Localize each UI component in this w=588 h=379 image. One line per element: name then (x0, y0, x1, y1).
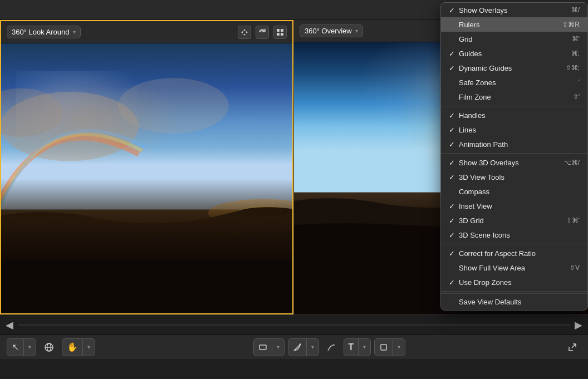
menu-label-show-3d-overlays: Show 3D Overlays (459, 159, 559, 167)
menu-label-3d-grid: 3D Grid (459, 216, 562, 225)
text-tool-button[interactable]: T (344, 339, 359, 356)
hand-chevron-button[interactable]: ▾ (83, 339, 95, 356)
menu-item-show-3d-overlays[interactable]: ✓ Show 3D Overlays ⌥⌘/ (441, 155, 587, 170)
svg-rect-19 (259, 345, 266, 350)
menu-shortcut-rulers: ⇧⌘R (562, 21, 580, 28)
check-show-3d-overlays: ✓ (449, 159, 459, 167)
check-animation-path: ✓ (449, 140, 459, 149)
select-arrow-icon: ↖ (12, 342, 19, 352)
menu-label-3d-view-tools: 3D View Tools (459, 173, 575, 181)
menu-shortcut-film-zone: ⇧' (573, 93, 580, 101)
shape-dropdown-icon: ▾ (398, 344, 400, 350)
rect-tool-button[interactable] (254, 339, 272, 356)
select-chevron-button[interactable]: ▾ (24, 339, 36, 356)
viewer-left-icons (238, 26, 287, 39)
viewer-left-dropdown-label: 360° Look Around (12, 28, 70, 36)
menu-label-inset-view: Inset View (459, 202, 575, 210)
viewer-left-image (1, 43, 292, 313)
menu-shortcut-dynamic-guides: ⇧⌘; (566, 64, 580, 72)
menu-item-3d-view-tools[interactable]: ✓ 3D View Tools (441, 170, 587, 184)
timeline-track[interactable] (18, 324, 570, 326)
pen-dropdown-icon: ▾ (311, 344, 314, 350)
menu-item-3d-scene-icons[interactable]: ✓ 3D Scene Icons (441, 228, 587, 242)
viewer-right-dropdown[interactable]: 360° Overview ▾ (300, 24, 363, 37)
hand-dropdown-icon: ▾ (87, 344, 90, 350)
check-inset-view: ✓ (449, 202, 459, 210)
rect-chevron-button[interactable]: ▾ (272, 339, 284, 356)
svg-point-9 (208, 199, 292, 227)
svg-point-6 (1, 92, 139, 161)
menu-item-handles[interactable]: ✓ Handles (441, 108, 587, 122)
menu-item-safe-zones[interactable]: Safe Zones ' (441, 75, 587, 90)
menu-separator-3 (441, 244, 587, 244)
viewer-left-layout-icon[interactable] (273, 26, 287, 39)
rect-icon (258, 343, 267, 352)
viewer-left-dropdown[interactable]: 360° Look Around ▾ (7, 26, 81, 38)
check-show-overlays: ✓ (449, 6, 459, 14)
menu-shortcut-grid: ⌘' (572, 35, 580, 43)
menu-item-inset-view[interactable]: ✓ Inset View (441, 199, 587, 213)
expand-button[interactable] (564, 339, 581, 356)
menu-label-use-drop-zones: Use Drop Zones (459, 278, 575, 287)
viewer-right-dropdown-label: 360° Overview (305, 27, 352, 35)
menu-item-show-full-view[interactable]: Show Full View Area ⇧V (441, 260, 587, 275)
menu-item-rulers[interactable]: Rulers ⇧⌘R (441, 17, 587, 32)
text-dropdown-icon: ▾ (363, 344, 366, 350)
check-3d-grid: ✓ (449, 216, 459, 225)
svg-rect-2 (277, 33, 280, 36)
menu-shortcut-safe-zones: ' (579, 78, 580, 86)
hand-icon: ✋ (67, 342, 78, 352)
menu-item-film-zone[interactable]: Film Zone ⇧' (441, 90, 587, 104)
timeline-end-marker[interactable]: ▶ (575, 319, 582, 331)
shape-chevron-button[interactable]: ▾ (393, 339, 405, 356)
timeline-area: ◀ ▶ (0, 314, 588, 334)
menu-label-dynamic-guides: Dynamic Guides (459, 64, 561, 72)
menu-item-show-overlays[interactable]: ✓ Show Overlays ⌘/ (441, 3, 587, 17)
rect-dropdown-icon: ▾ (277, 344, 280, 350)
check-3d-scene-icons: ✓ (449, 231, 459, 239)
menu-label-guides: Guides (459, 50, 567, 58)
menu-item-use-drop-zones[interactable]: ✓ Use Drop Zones (441, 275, 587, 289)
menu-item-grid[interactable]: Grid ⌘' (441, 32, 587, 46)
menu-item-correct-aspect[interactable]: ✓ Correct for Aspect Ratio (441, 246, 587, 260)
menu-item-guides[interactable]: ✓ Guides ⌘; (441, 46, 587, 61)
bottom-toolbar: ↖ ▾ ✋ ▾ ▾ (0, 334, 588, 359)
menu-item-lines[interactable]: ✓ Lines (441, 122, 587, 137)
viewer-left-rotate-icon[interactable] (256, 26, 269, 39)
view-dropdown-menu: ✓ Show Overlays ⌘/ Rulers ⇧⌘R Grid ⌘' ✓ … (440, 2, 588, 311)
menu-label-show-full-view: Show Full View Area (459, 264, 565, 272)
viewer-right-chevron-icon: ▾ (355, 28, 358, 34)
select-dropdown-icon: ▾ (28, 344, 31, 350)
menu-label-film-zone: Film Zone (459, 93, 569, 101)
menu-shortcut-show-3d-overlays: ⌥⌘/ (564, 159, 580, 166)
text-chevron-button[interactable]: ▾ (359, 339, 370, 356)
svg-point-20 (299, 343, 301, 345)
pen-tool-button[interactable] (288, 339, 307, 356)
menu-separator-2 (441, 153, 587, 154)
viewer-left-move-icon[interactable] (238, 26, 251, 39)
select-tool-group: ↖ ▾ (7, 338, 36, 356)
timeline-start-marker[interactable]: ◀ (6, 319, 13, 331)
check-guides: ✓ (449, 50, 459, 58)
check-lines: ✓ (449, 126, 459, 134)
svg-point-8 (118, 78, 229, 133)
text-icon: T (349, 342, 354, 352)
brush-tool-button[interactable] (322, 339, 340, 356)
select-tool-button[interactable]: ↖ (7, 339, 24, 356)
globe-tool-button[interactable] (40, 339, 58, 356)
pen-chevron-button[interactable]: ▾ (307, 339, 318, 356)
shape-tool-button[interactable] (375, 339, 393, 356)
menu-item-compass[interactable]: Compass (441, 184, 587, 199)
svg-rect-1 (281, 29, 283, 32)
svg-rect-0 (277, 29, 280, 32)
menu-item-3d-grid[interactable]: ✓ 3D Grid ⇧⌘' (441, 213, 587, 228)
check-3d-view-tools: ✓ (449, 173, 459, 181)
hand-tool-button[interactable]: ✋ (62, 339, 83, 356)
menu-label-show-overlays: Show Overlays (459, 6, 567, 14)
menu-item-dynamic-guides[interactable]: ✓ Dynamic Guides ⇧⌘; (441, 61, 587, 75)
text-tool-group: T ▾ (344, 338, 371, 356)
viewer-left-content (1, 43, 292, 313)
menu-item-animation-path[interactable]: ✓ Animation Path (441, 137, 587, 151)
menu-item-save-defaults[interactable]: Save View Defaults (441, 293, 587, 310)
menu-label-handles: Handles (459, 111, 575, 120)
